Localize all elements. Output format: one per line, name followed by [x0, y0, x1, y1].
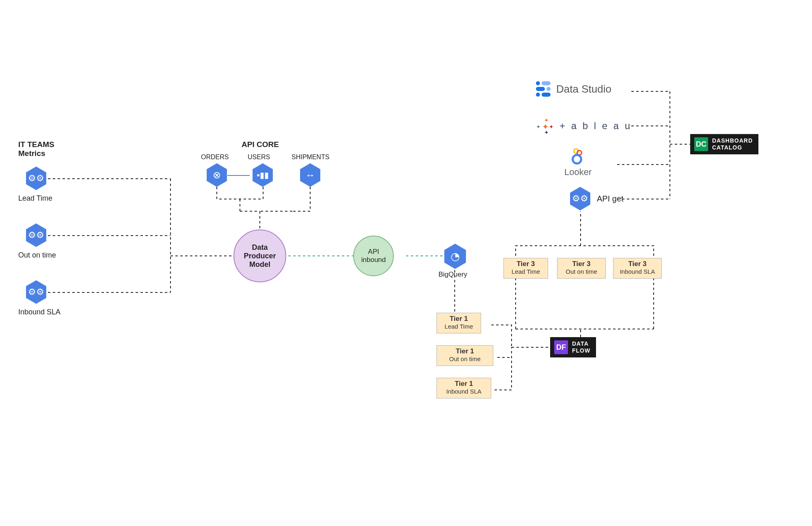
tier1-lead-time-tier: Tier 1: [441, 315, 477, 323]
api-core-users-hex: ▪▮▮: [251, 163, 274, 187]
tier1-out-on-time-metric: Out on time: [441, 355, 489, 362]
gears-hex-icon: ⚙⚙: [24, 280, 48, 304]
data-flow-box: DF DATA FLOW: [550, 337, 596, 357]
api-core-shipments-label: SHIPMENTS: [292, 154, 329, 161]
api-get-label: API get: [597, 194, 624, 203]
data-flow-badge: DF: [554, 340, 568, 354]
tier3-out-on-time: Tier 3 Out on time: [557, 258, 606, 279]
data-studio-icon: [536, 81, 551, 97]
looker-label: Looker: [564, 167, 592, 177]
metric-inbound-sla: ⚙⚙: [24, 280, 48, 304]
api-core-orders-hex: ⊗: [205, 163, 229, 187]
gears-hex-icon: ⚙⚙: [24, 223, 48, 247]
tier3-out-on-time-tier: Tier 3: [561, 260, 601, 268]
tier1-out-on-time-tier: Tier 1: [441, 347, 489, 355]
tool-looker: Looker: [564, 148, 592, 177]
tier1-lead-time: Tier 1 Lead Time: [436, 313, 481, 333]
dashboard-catalog-box: DC DASHBOARD CATALOG: [690, 134, 758, 154]
gears-hex-icon: ⚙⚙: [24, 167, 48, 190]
api-core-orders-label: ORDERS: [201, 154, 229, 161]
bigquery-hex: ◔: [443, 244, 468, 269]
tier1-inbound-sla-tier: Tier 1: [441, 380, 487, 388]
api-core-users-label: USERS: [248, 154, 270, 161]
tableau-label: + a b l e a u: [559, 120, 632, 132]
metric-lead-time-label: Lead Time: [18, 194, 52, 203]
orders-icon: ⊗: [205, 163, 229, 187]
tier3-lead-time: Tier 3 Lead Time: [503, 258, 548, 279]
data-producer-model: Data Producer Model: [233, 229, 286, 282]
looker-icon: [570, 148, 586, 166]
api-inbound: API inbound: [353, 236, 394, 276]
data-studio-label: Data Studio: [556, 83, 611, 95]
producer-line3: Model: [249, 260, 270, 269]
metric-inbound-sla-label: Inbound SLA: [18, 308, 60, 316]
tier1-out-on-time: Tier 1 Out on time: [436, 345, 493, 366]
tier1-inbound-sla-metric: Inbound SLA: [441, 388, 487, 395]
tool-tableau: ✦ ✦ ✦ ✦ ✦ + a b l e a u: [536, 117, 632, 135]
api-inbound-line1: API: [368, 248, 379, 256]
producer-line1: Data: [252, 243, 268, 252]
tier1-inbound-sla: Tier 1 Inbound SLA: [436, 378, 491, 398]
metric-lead-time: ⚙⚙: [24, 167, 48, 190]
users-icon: ▪▮▮: [251, 163, 274, 187]
tool-data-studio: Data Studio: [536, 81, 611, 97]
metric-out-on-time: ⚙⚙: [24, 223, 48, 247]
tier3-lead-time-tier: Tier 3: [508, 260, 544, 268]
tableau-icon: ✦ ✦ ✦ ✦ ✦: [536, 117, 554, 135]
data-flow-label: DATA FLOW: [572, 340, 590, 354]
api-get-hex: ⚙⚙: [568, 187, 592, 210]
api-core-shipments-hex: ↔: [298, 163, 322, 187]
producer-line2: Producer: [244, 252, 276, 260]
it-teams-section: IT TEAMS Metrics: [18, 140, 54, 158]
bigquery-label: BigQuery: [438, 271, 467, 279]
dashboard-catalog-badge: DC: [694, 137, 708, 151]
it-teams-title-line2: Metrics: [18, 149, 54, 158]
tier1-lead-time-metric: Lead Time: [441, 323, 477, 330]
it-teams-title-line1: IT TEAMS: [18, 140, 54, 149]
shipments-icon: ↔: [298, 163, 322, 187]
tier3-inbound-sla-tier: Tier 3: [618, 260, 657, 268]
api-core-title: API CORE: [242, 140, 279, 149]
tier3-out-on-time-metric: Out on time: [561, 268, 601, 275]
bigquery-icon: ◔: [443, 244, 468, 269]
api-get-icon: ⚙⚙: [568, 187, 592, 210]
tier3-inbound-sla-metric: Inbound SLA: [618, 268, 657, 275]
tier3-lead-time-metric: Lead Time: [508, 268, 544, 275]
dashboard-catalog-label: DASHBOARD CATALOG: [712, 137, 753, 151]
api-inbound-line2: inbound: [361, 256, 386, 264]
metric-out-on-time-label: Out on time: [18, 251, 56, 260]
connectors: .dash { fill:none; stroke:#222; stroke-w…: [0, 0, 812, 526]
tier3-inbound-sla: Tier 3 Inbound SLA: [613, 258, 662, 279]
